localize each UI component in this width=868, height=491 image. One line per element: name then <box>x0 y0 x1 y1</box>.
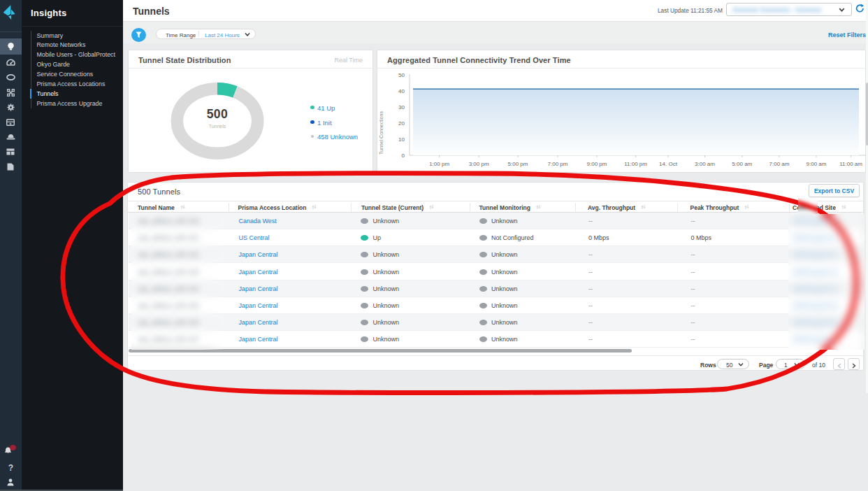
svg-text:50: 50 <box>398 72 405 78</box>
svg-text:11:00 pm: 11:00 pm <box>624 161 647 167</box>
svg-text:40: 40 <box>398 88 405 94</box>
svg-text:14. Oct: 14. Oct <box>659 161 678 167</box>
svg-text:30: 30 <box>398 104 405 111</box>
svg-text:10: 10 <box>398 136 405 143</box>
svg-text:1:00 pm: 1:00 pm <box>429 161 449 167</box>
svg-text:5:00 am: 5:00 am <box>732 161 752 167</box>
svg-text:Tunnel Connections: Tunnel Connections <box>379 111 384 155</box>
svg-text:5:00 pm: 5:00 pm <box>508 161 528 167</box>
svg-text:11:00 am: 11:00 am <box>839 161 862 167</box>
svg-text:20: 20 <box>398 120 405 127</box>
svg-text:7:00 am: 7:00 am <box>769 161 790 167</box>
svg-text:0: 0 <box>402 152 405 159</box>
svg-text:3:00 pm: 3:00 pm <box>469 161 489 167</box>
svg-text:3:00 am: 3:00 am <box>695 161 715 167</box>
svg-text:9:00 pm: 9:00 pm <box>587 161 607 167</box>
svg-text:9:00 am: 9:00 am <box>806 161 827 167</box>
svg-text:7:00 pm: 7:00 pm <box>548 161 568 167</box>
